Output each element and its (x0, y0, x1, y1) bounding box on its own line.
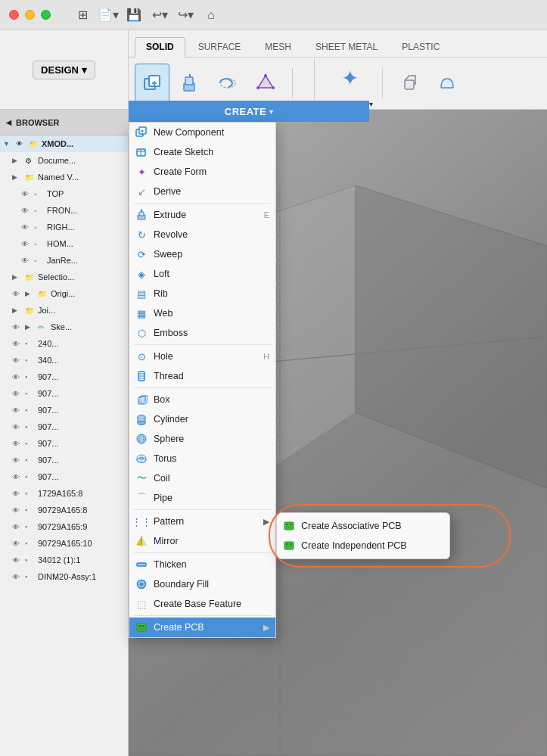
maximize-button[interactable] (41, 10, 51, 20)
tree-item-xmod[interactable]: ▼ 👁 📁 XMOD... (0, 135, 128, 152)
tree-item-90729a9[interactable]: 👁 ▪ 90729A165:9 (0, 518, 128, 535)
menu-loft[interactable]: ◈ Loft (129, 264, 275, 284)
menu-extrude-label: Extrude (154, 210, 186, 220)
tree-item-document[interactable]: ▶ ⚙ Docume... (0, 152, 128, 169)
tree-item-joints[interactable]: ▶ 📁 Joi... (0, 302, 128, 319)
menu-boundary-fill[interactable]: Boundary Fill (129, 574, 275, 594)
tree-item-907f[interactable]: 👁 ▪ 907... (0, 452, 128, 468)
create-dropdown-menu: New Component Create Sketch ✦ Create For… (129, 122, 276, 638)
tree-item-907d[interactable]: 👁 ▪ 907... (0, 418, 128, 435)
menu-emboss[interactable]: ⬡ Emboss (129, 323, 275, 343)
create-form-tool-icon[interactable] (248, 64, 283, 103)
svg-point-50 (140, 583, 144, 586)
extrude-tool-icon[interactable] (172, 64, 207, 103)
tree-item-907b[interactable]: 👁 ▪ 907... (0, 385, 128, 402)
save-icon[interactable]: 💾 (123, 5, 145, 26)
close-button[interactable] (9, 10, 19, 20)
menu-create-form[interactable]: ✦ Create Form (129, 162, 275, 182)
tree-item-1729a[interactable]: 👁 ▪ 1729A165:8 (0, 485, 128, 502)
new-component-tool-icon[interactable] (135, 64, 169, 103)
open-icon[interactable]: 📄▾ (98, 5, 119, 26)
tree-item-top[interactable]: 👁 ▪ TOP (0, 185, 128, 202)
menu-sweep[interactable]: ⟳ Sweep (129, 244, 275, 264)
extrude-icon (135, 209, 148, 221)
extrude-shortcut: E (264, 210, 269, 219)
menu-derive[interactable]: ↙ Derive (129, 182, 275, 201)
menu-thread[interactable]: Thread (129, 366, 275, 386)
derive-icon: ↙ (135, 185, 148, 198)
menu-create-base-feature[interactable]: ⬚ Create Base Feature (129, 594, 275, 614)
tree-item-named[interactable]: ▶ 📁 Named V... (0, 169, 128, 185)
titlebar-icons: ⊞ 📄▾ 💾 ↩▾ ↪▾ ⌂ (72, 5, 222, 26)
tree-item-907e[interactable]: 👁 ▪ 907... (0, 435, 128, 452)
tree-item-sketches[interactable]: 👁 ▶ ✏ Ske... (0, 319, 128, 335)
tree-container[interactable]: ▼ 👁 📁 XMOD... ▶ ⚙ Docume... ▶ 📁 Named V.… (0, 135, 128, 756)
create-bar[interactable]: CREATE ▾ (129, 101, 369, 122)
tab-solid[interactable]: SOLID (135, 37, 185, 58)
menu-sphere[interactable]: Sphere (129, 429, 275, 449)
tree-item-right[interactable]: 👁 ▪ RIGH... (0, 219, 128, 235)
design-label: DESIGN (41, 64, 79, 76)
tab-plastic[interactable]: PLASTIC (390, 37, 451, 57)
plastic2-tool-icon[interactable] (430, 64, 465, 103)
menu-divider-2 (134, 344, 271, 345)
tree-item-340[interactable]: 👁 ▪ 340... (0, 352, 128, 369)
create-independent-pcb-label: Create Independent PCB (301, 540, 407, 551)
svg-rect-56 (286, 524, 288, 525)
tree-item-907c[interactable]: 👁 ▪ 907... (0, 402, 128, 418)
create-pcb-icon (135, 621, 148, 633)
menu-create-associative-pcb[interactable]: Create Associative PCB (277, 516, 449, 536)
tree-item-dinm20[interactable]: 👁 ▪ DINM20-Assy:1 (0, 568, 128, 585)
menu-hole[interactable]: ⊙ Hole H (129, 347, 275, 366)
menu-create-base-feature-label: Create Base Feature (154, 599, 241, 609)
menu-pattern[interactable]: ⋮⋮ Pattern ▶ (129, 512, 275, 531)
cylinder-icon (135, 413, 148, 425)
tree-item-90729a8[interactable]: 👁 ▪ 90729A165:8 (0, 502, 128, 518)
menu-web[interactable]: ▦ Web (129, 303, 275, 323)
revolve-tool-icon[interactable] (210, 64, 245, 103)
menu-create-pcb[interactable]: Create PCB ▶ (129, 618, 275, 637)
menu-box[interactable]: Box (129, 390, 275, 409)
tree-item-907a[interactable]: 👁 ▪ 907... (0, 369, 128, 385)
undo-icon[interactable]: ↩▾ (149, 5, 170, 26)
menu-create-sketch[interactable]: Create Sketch (129, 142, 275, 162)
menu-loft-label: Loft (154, 269, 169, 279)
design-button[interactable]: DESIGN ▾ (33, 61, 95, 79)
home-icon[interactable]: ⌂ (200, 5, 222, 26)
tree-item-90729a10[interactable]: 👁 ▪ 90729A165:10 (0, 535, 128, 552)
menu-mirror[interactable]: Mirror (129, 531, 275, 551)
grid-icon[interactable]: ⊞ (72, 5, 93, 26)
menu-thicken[interactable]: Thicken (129, 555, 275, 574)
toolbar-separator-2 (382, 68, 383, 98)
tree-item-240[interactable]: 👁 ▪ 240... (0, 335, 128, 352)
svg-rect-13 (405, 80, 414, 89)
plastic-tool-icon[interactable] (392, 64, 427, 103)
tree-item-selections[interactable]: ▶ 📁 Selectio... (0, 269, 128, 285)
generate-tool-icon[interactable]: ✦ (333, 59, 368, 98)
menu-coil[interactable]: 〜 Coil (129, 468, 275, 488)
menu-new-component[interactable]: New Component (129, 123, 275, 142)
svg-rect-59 (284, 542, 294, 549)
menu-create-independent-pcb[interactable]: Create Independent PCB (277, 536, 449, 555)
svg-marker-46 (141, 537, 146, 545)
tab-sheet-metal[interactable]: SHEET METAL (304, 37, 389, 57)
tree-item-907g[interactable]: 👁 ▪ 907... (0, 468, 128, 485)
svg-rect-61 (290, 543, 292, 545)
menu-extrude[interactable]: Extrude E (129, 205, 275, 225)
redo-icon[interactable]: ↪▾ (175, 5, 196, 26)
tab-mesh[interactable]: MESH (253, 37, 303, 57)
tree-item-janre[interactable]: 👁 ▪ JanRe... (0, 252, 128, 269)
menu-torus[interactable]: Torus (129, 449, 275, 468)
menu-rib[interactable]: ▤ Rib (129, 284, 275, 303)
tree-item-origins[interactable]: 👁 ▶ 📁 Origi... (0, 285, 128, 302)
svg-rect-57 (290, 524, 292, 525)
menu-revolve[interactable]: ↻ Revolve (129, 225, 275, 244)
tab-surface[interactable]: SURFACE (187, 37, 253, 57)
tree-item-34012[interactable]: 👁 ▪ 34012 (1):1 (0, 552, 128, 568)
menu-cylinder[interactable]: Cylinder (129, 409, 275, 429)
menu-pipe[interactable]: ⌒ Pipe (129, 488, 275, 508)
pattern-icon: ⋮⋮ (135, 515, 148, 527)
tree-item-front[interactable]: 👁 ▪ FRON... (0, 202, 128, 219)
tree-item-home[interactable]: 👁 ▪ HOM... (0, 235, 128, 252)
minimize-button[interactable] (25, 10, 35, 20)
